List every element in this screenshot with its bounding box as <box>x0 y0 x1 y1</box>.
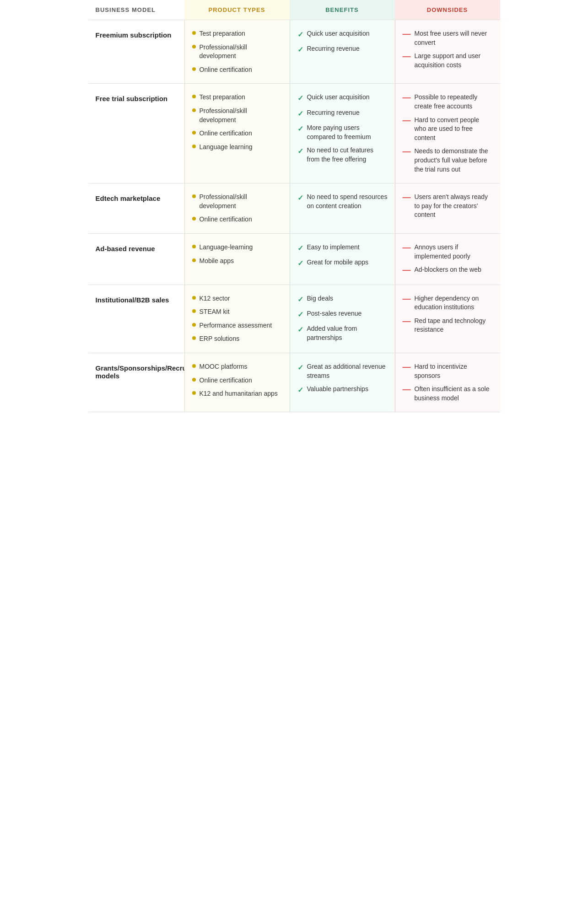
dash-icon: — <box>403 29 411 39</box>
bullet-icon <box>192 336 196 340</box>
downside-text: Hard to incentivize sponsors <box>415 362 493 380</box>
business-model-cell: Ad-based revenue <box>88 234 184 285</box>
list-item: STEAM kit <box>192 307 282 317</box>
list-item: ✓Big deals <box>297 294 388 305</box>
dash-icon: — <box>403 147 411 157</box>
business-model-cell: Grants/Sponsorships/Recruiting models <box>88 353 184 412</box>
list-item: —Ad-blockers on the web <box>403 265 493 275</box>
list-item: ✓Added value from partnerships <box>297 324 388 342</box>
benefits-cell: ✓Great as additional revenue streams✓Val… <box>290 353 395 412</box>
list-item: Professional/skill development <box>192 107 282 124</box>
bullet-icon <box>192 258 196 262</box>
header-product-types: Product Types <box>184 0 290 20</box>
list-item: Language learning <box>192 143 282 152</box>
downsides-cell: —Hard to incentivize sponsors—Often insu… <box>395 353 500 412</box>
check-icon: ✓ <box>297 193 303 203</box>
benefit-text: Big deals <box>307 294 334 303</box>
list-item: Online certification <box>192 215 282 224</box>
dash-icon: — <box>403 294 411 304</box>
bullet-icon <box>192 245 196 248</box>
list-item: —Possible to repeatedly create free acco… <box>403 93 493 111</box>
list-item: K12 sector <box>192 294 282 303</box>
bullet-icon <box>192 217 196 221</box>
check-icon: ✓ <box>297 363 303 373</box>
dash-icon: — <box>403 52 411 62</box>
benefit-text: No need to cut features from the free of… <box>307 146 388 164</box>
list-item: —Hard to incentivize sponsors <box>403 362 493 380</box>
list-item: ✓Great as additional revenue streams <box>297 362 388 380</box>
product-types-cell: Language-learningMobile apps <box>184 234 290 285</box>
dash-icon: — <box>403 317 411 327</box>
list-item: —Most free users will never convert <box>403 29 493 47</box>
check-icon: ✓ <box>297 93 303 103</box>
list-item: ✓No need to spend resources on content c… <box>297 193 388 210</box>
check-icon: ✓ <box>297 258 303 269</box>
check-icon: ✓ <box>297 295 303 305</box>
benefits-cell: ✓Easy to implement✓Great for mobile apps <box>290 234 395 285</box>
list-item: ✓More paying users compared to freemium <box>297 124 388 141</box>
list-item: Test preparation <box>192 93 282 102</box>
product-types-cell: Test preparationProfessional/skill devel… <box>184 20 290 83</box>
downside-text: Large support and user acquisition costs <box>415 52 493 70</box>
check-icon: ✓ <box>297 325 303 335</box>
list-item: ✓Recurring revenue <box>297 44 388 55</box>
bullet-icon <box>192 45 196 48</box>
downside-text: Higher dependency on education instituti… <box>415 294 493 312</box>
list-item: —Higher dependency on education institut… <box>403 294 493 312</box>
product-type-text: Online certification <box>200 129 252 138</box>
downsides-cell: —Users aren't always ready to pay for th… <box>395 183 500 233</box>
benefit-text: Quick user acquisition <box>307 29 370 38</box>
dash-icon: — <box>403 265 411 275</box>
business-model-cell: Freemium subscription <box>88 20 184 83</box>
product-types-cell: Test preparationProfessional/skill devel… <box>184 84 290 183</box>
header-downsides: Downsides <box>395 0 500 20</box>
product-type-text: Mobile apps <box>200 257 234 266</box>
product-type-text: K12 sector <box>200 294 230 303</box>
dash-icon: — <box>403 93 411 103</box>
list-item: ✓Recurring revenue <box>297 108 388 119</box>
benefits-cell: ✓No need to spend resources on content c… <box>290 183 395 233</box>
table-header: Business Model Product Types Benefits Do… <box>88 0 500 20</box>
list-item: MOOC platforms <box>192 362 282 371</box>
dash-icon: — <box>403 116 411 126</box>
downsides-cell: —Possible to repeatedly create free acco… <box>395 84 500 183</box>
list-item: —Red tape and technology resistance <box>403 317 493 334</box>
list-item: —Often insufficient as a sole business m… <box>403 385 493 403</box>
list-item: Performance assessment <box>192 321 282 330</box>
benefit-text: Recurring revenue <box>307 108 360 118</box>
product-type-text: Professional/skill development <box>200 43 282 61</box>
list-item: Professional/skill development <box>192 43 282 61</box>
list-item: ✓Post-sales revenue <box>297 309 388 320</box>
header-business-model: Business Model <box>88 0 184 20</box>
bullet-icon <box>192 145 196 148</box>
benefit-text: Great as additional revenue streams <box>307 362 388 380</box>
benefit-text: More paying users compared to freemium <box>307 124 388 141</box>
bullet-icon <box>192 391 196 395</box>
benefit-text: Added value from partnerships <box>307 324 388 342</box>
bullet-icon <box>192 95 196 98</box>
list-item: —Users aren't always ready to pay for th… <box>403 193 493 220</box>
downside-text: Ad-blockers on the web <box>415 265 481 274</box>
table-row: Institutional/B2B salesK12 sectorSTEAM k… <box>88 285 500 353</box>
dash-icon: — <box>403 362 411 372</box>
list-item: —Needs to demonstrate the product's full… <box>403 147 493 174</box>
table-row: Edtech marketplaceProfessional/skill dev… <box>88 183 500 233</box>
product-type-text: Language learning <box>200 143 253 152</box>
product-type-text: Test preparation <box>200 29 245 38</box>
product-type-text: Language-learning <box>200 243 253 252</box>
check-icon: ✓ <box>297 243 303 253</box>
list-item: Online certification <box>192 129 282 138</box>
benefit-text: Valuable partnerships <box>307 385 368 394</box>
downsides-cell: —Annoys users if implemented poorly—Ad-b… <box>395 234 500 285</box>
table-row: Freemium subscriptionTest preparationPro… <box>88 20 500 83</box>
benefits-cell: ✓Quick user acquisition✓Recurring revenu… <box>290 20 395 83</box>
product-types-cell: MOOC platformsOnline certificationK12 an… <box>184 353 290 412</box>
list-item: —Large support and user acquisition cost… <box>403 52 493 70</box>
list-item: ✓No need to cut features from the free o… <box>297 146 388 164</box>
downside-text: Red tape and technology resistance <box>415 317 493 334</box>
business-model-cell: Edtech marketplace <box>88 183 184 233</box>
downside-text: Often insufficient as a sole business mo… <box>415 385 493 403</box>
product-type-text: Professional/skill development <box>200 193 282 210</box>
bullet-icon <box>192 323 196 327</box>
bullet-icon <box>192 108 196 112</box>
